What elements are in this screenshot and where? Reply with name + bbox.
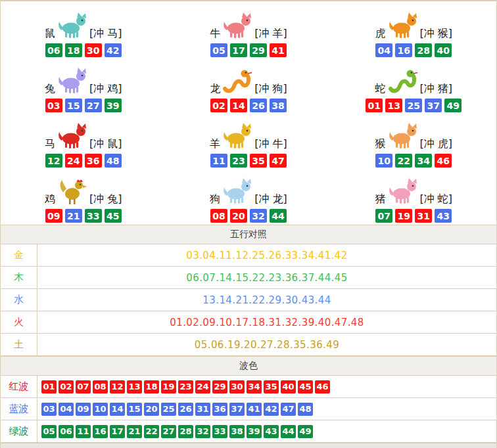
number-badge: 11 [210, 154, 227, 168]
zodiac-number-badges: 08203244 [209, 209, 288, 223]
number-badge: 05 [41, 425, 57, 438]
number-badge: 08 [93, 380, 108, 393]
number-badge: 48 [298, 403, 313, 416]
number-badge: 45 [105, 209, 122, 223]
number-badge: 06 [45, 43, 62, 57]
pig-icon [387, 177, 419, 206]
wave-label: 蓝波 [1, 398, 37, 420]
number-badge: 36 [85, 154, 102, 168]
zodiac-number-badges: 06183042 [44, 43, 123, 57]
number-badge: 09 [76, 403, 91, 416]
number-badge: 27 [85, 99, 102, 112]
element-label: 金 [1, 244, 37, 266]
number-badge: 41 [247, 403, 262, 416]
number-badge: 16 [395, 43, 412, 57]
zodiac-name-label: 虎 [375, 27, 386, 40]
goat-icon [222, 122, 253, 150]
number-badge: 34 [247, 380, 262, 393]
number-badge: 46 [435, 154, 452, 168]
number-badge: 43 [264, 425, 279, 438]
number-badge: 04 [375, 43, 392, 57]
number-badge: 11 [76, 425, 91, 438]
number-badge: 34 [415, 154, 432, 168]
number-badge: 39 [105, 99, 122, 112]
snake-icon [387, 66, 419, 95]
wave-row: 绿波05061116172122272832333839434449 [1, 420, 496, 443]
zodiac-cell: 牛[冲 羊]05172941 [166, 4, 331, 59]
zodiac-name-label: 鸡 [45, 192, 55, 206]
horse-icon [57, 122, 88, 150]
element-row: 木06.07.14.15.22.23.36.37.44.45 [1, 267, 496, 289]
number-badge: 22 [395, 154, 412, 168]
number-badge: 49 [444, 99, 462, 112]
zodiac-name-label: 猪 [375, 192, 386, 206]
number-badge: 31 [415, 209, 432, 223]
number-badge: 27 [161, 425, 176, 438]
zodiac-title: 狗[冲 龙] [210, 177, 287, 206]
number-badge: 42 [264, 403, 279, 416]
number-badge: 47 [281, 403, 296, 416]
zodiac-title: 鸡[冲 兔] [45, 177, 122, 206]
number-badge: 08 [210, 209, 227, 223]
element-numbers: 06.07.14.15.22.23.36.37.44.45 [37, 267, 496, 288]
zodiac-title: 羊[冲 牛] [210, 122, 287, 150]
number-badge: 32 [250, 209, 267, 223]
five-elements-header: 五行对照 [1, 225, 496, 244]
number-badge: 12 [45, 154, 62, 168]
element-row: 火01.02.09.10.17.18.31.32.39.40.47.48 [1, 311, 496, 334]
number-badge: 23 [230, 154, 247, 168]
number-badge: 21 [127, 425, 142, 438]
zodiac-clash-label: [冲 马] [89, 27, 122, 40]
zodiac-name-label: 龙 [210, 82, 220, 95]
zodiac-cell: 羊[冲 牛]11233547 [166, 114, 331, 169]
number-badge: 15 [127, 403, 142, 416]
zodiac-name-label: 羊 [210, 137, 220, 150]
number-badge: 33 [212, 425, 227, 438]
number-badge: 07 [375, 209, 392, 223]
zodiac-cell: 猴[冲 虎]10223446 [331, 114, 496, 169]
number-badge: 18 [65, 43, 82, 57]
number-badge: 38 [229, 425, 245, 438]
zodiac-cell: 兔[冲 鸡]03152739 [1, 59, 166, 114]
number-badge: 16 [93, 425, 108, 438]
number-badge: 30 [85, 43, 102, 57]
number-badge: 02 [59, 380, 74, 393]
wave-number-badges: 05061116172122272832333839434449 [37, 420, 496, 442]
tiger-icon [387, 11, 419, 40]
number-badge: 46 [315, 380, 330, 393]
number-badge: 20 [144, 403, 159, 416]
zodiac-reference-page: 鼠[冲 马]06183042牛[冲 羊]05172941虎[冲 猴]041628… [0, 0, 497, 448]
five-elements-table: 金03.04.11.12.25.26.33.34.41.42木06.07.14.… [1, 244, 496, 356]
number-badge: 40 [281, 380, 296, 393]
wave-label: 红波 [1, 376, 37, 397]
number-badge: 49 [298, 425, 313, 438]
zodiac-name-label: 狗 [210, 192, 220, 206]
number-badge: 37 [229, 403, 245, 416]
zodiac-title: 猪[冲 蛇] [375, 177, 453, 206]
rat-icon [57, 11, 88, 40]
number-badge: 47 [270, 154, 287, 168]
number-badge: 17 [110, 425, 125, 438]
monkey-icon [387, 122, 419, 150]
number-badge: 13 [127, 380, 142, 393]
number-badge: 28 [415, 43, 432, 57]
element-label: 土 [1, 334, 37, 355]
zodiac-number-badges: 11233547 [209, 154, 288, 168]
zodiac-number-badges: 12243648 [44, 154, 123, 168]
wave-row: 蓝波03040910141520252631363741424748 [1, 398, 496, 420]
element-label: 水 [1, 289, 37, 311]
wave-row: 红波0102070812131819232429303435404546 [1, 376, 496, 398]
bottom-bar [1, 443, 496, 448]
number-badge: 21 [65, 209, 82, 223]
element-numbers: 01.02.09.10.17.18.31.32.39.40.47.48 [37, 311, 496, 333]
zodiac-cell: 马[冲 鼠]12243648 [1, 114, 166, 169]
rabbit-icon [57, 66, 88, 95]
number-badge: 03 [45, 99, 62, 112]
number-badge: 26 [250, 99, 267, 112]
element-numbers: 13.14.21.22.29.30.43.44 [37, 289, 496, 311]
zodiac-cell: 蛇[冲 猪]0113253749 [331, 59, 496, 114]
zodiac-clash-label: [冲 猴] [420, 27, 453, 40]
number-badge: 23 [178, 380, 193, 393]
number-badge: 42 [105, 43, 122, 57]
zodiac-name-label: 兔 [45, 82, 55, 95]
